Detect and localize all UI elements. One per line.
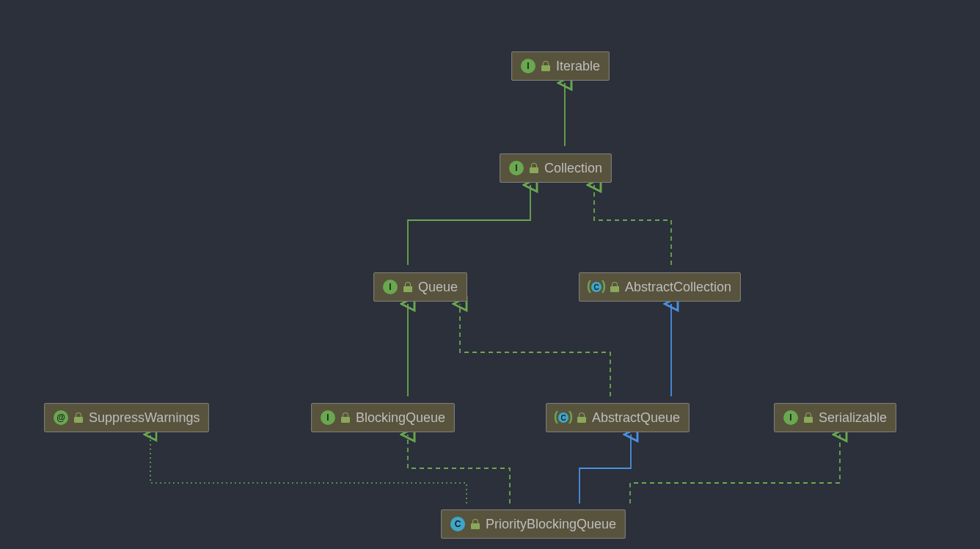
node-label: Iterable bbox=[556, 59, 600, 74]
lock-icon bbox=[341, 412, 350, 423]
interface-icon: I bbox=[383, 280, 398, 294]
class-node-blockingqueue[interactable]: I BlockingQueue bbox=[311, 403, 455, 432]
class-node-collection[interactable]: I Collection bbox=[500, 153, 612, 183]
lock-icon bbox=[804, 412, 813, 423]
class-node-priorityblockingqueue[interactable]: C PriorityBlockingQueue bbox=[441, 509, 626, 539]
class-node-queue[interactable]: I Queue bbox=[373, 272, 467, 302]
annotation-icon: @ bbox=[54, 410, 68, 425]
class-node-serializable[interactable]: I Serializable bbox=[774, 403, 896, 432]
node-label: Queue bbox=[418, 280, 458, 295]
lock-icon bbox=[530, 163, 538, 173]
class-icon: C bbox=[450, 517, 465, 531]
node-label: AbstractQueue bbox=[592, 410, 680, 426]
interface-icon: I bbox=[321, 410, 335, 425]
interface-icon: I bbox=[521, 59, 535, 73]
connectors bbox=[0, 0, 980, 549]
node-label: Serializable bbox=[819, 410, 887, 426]
interface-icon: I bbox=[783, 410, 798, 425]
class-node-suppresswarnings[interactable]: @ SuppressWarnings bbox=[44, 403, 209, 432]
lock-icon bbox=[471, 519, 480, 529]
class-node-abstractqueue[interactable]: (C) AbstractQueue bbox=[546, 403, 690, 432]
class-node-iterable[interactable]: I Iterable bbox=[511, 51, 610, 81]
lock-icon bbox=[577, 412, 586, 423]
node-label: BlockingQueue bbox=[356, 410, 445, 426]
node-label: SuppressWarnings bbox=[89, 410, 200, 426]
abstract-class-icon: (C) bbox=[588, 280, 604, 294]
lock-icon bbox=[403, 282, 412, 292]
lock-icon bbox=[610, 282, 619, 292]
abstract-class-icon: (C) bbox=[555, 410, 571, 425]
node-label: Collection bbox=[544, 161, 602, 176]
node-label: AbstractCollection bbox=[625, 280, 731, 295]
interface-icon: I bbox=[509, 161, 524, 175]
class-node-abstractcollection[interactable]: (C) AbstractCollection bbox=[579, 272, 741, 302]
lock-icon bbox=[74, 412, 83, 423]
diagram-canvas[interactable]: I Iterable I Collection I Queue (C) Abst… bbox=[0, 0, 980, 549]
lock-icon bbox=[541, 61, 550, 71]
node-label: PriorityBlockingQueue bbox=[486, 517, 616, 532]
